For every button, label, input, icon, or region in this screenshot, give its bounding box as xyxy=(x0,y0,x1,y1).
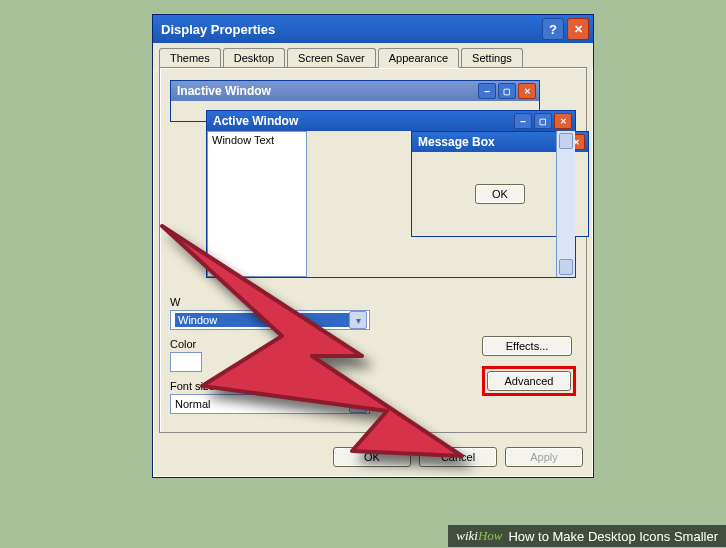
display-properties-dialog: Display Properties ? Themes Desktop Scre… xyxy=(152,14,594,478)
maximize-icon xyxy=(498,83,516,99)
windows-and-buttons-value: Window xyxy=(175,313,349,327)
preview-active-titlebar: Active Window xyxy=(207,111,575,131)
close-icon xyxy=(554,113,572,129)
font-size-value: Normal xyxy=(175,398,349,410)
preview-inactive-titlebar: Inactive Window xyxy=(171,81,539,101)
effects-button[interactable]: Effects... xyxy=(482,336,572,356)
brand-how: How xyxy=(478,528,503,543)
tab-themes[interactable]: Themes xyxy=(159,48,221,67)
tab-desktop[interactable]: Desktop xyxy=(223,48,285,67)
font-size-dropdown[interactable]: Normal xyxy=(170,394,370,414)
close-icon[interactable] xyxy=(567,18,589,40)
chevron-down-icon[interactable] xyxy=(349,311,367,329)
preview-active-body: Window Text Message Box OK xyxy=(207,131,575,277)
ok-button[interactable]: OK xyxy=(333,447,411,467)
preview-msgbox-ok-button: OK xyxy=(475,184,525,204)
help-icon[interactable]: ? xyxy=(542,18,564,40)
appearance-preview: Inactive Window Active Window xyxy=(170,80,576,280)
preview-msgbox-title: Message Box xyxy=(418,135,495,149)
dialog-title: Display Properties xyxy=(161,22,539,37)
preview-active-window: Active Window Window Text Message Box xyxy=(206,110,576,278)
dialog-button-row: OK Cancel Apply xyxy=(153,439,593,477)
chevron-down-icon[interactable] xyxy=(349,395,367,413)
preview-inactive-title: Inactive Window xyxy=(177,84,271,98)
cancel-button[interactable]: Cancel xyxy=(419,447,497,467)
article-caption: wikiHow How to Make Desktop Icons Smalle… xyxy=(448,525,726,547)
apply-button[interactable]: Apply xyxy=(505,447,583,467)
tab-appearance[interactable]: Appearance xyxy=(378,48,459,68)
tab-panel-appearance: Inactive Window Active Window xyxy=(159,67,587,433)
close-icon xyxy=(518,83,536,99)
advanced-button[interactable]: Advanced xyxy=(487,371,571,391)
minimize-icon xyxy=(478,83,496,99)
advanced-highlight: Advanced xyxy=(482,366,576,396)
windows-and-buttons-label: W xyxy=(170,296,576,308)
tab-strip: Themes Desktop Screen Saver Appearance S… xyxy=(153,43,593,67)
maximize-icon xyxy=(534,113,552,129)
scrollbar xyxy=(556,131,575,277)
minimize-icon xyxy=(514,113,532,129)
wikihow-brand: wikiHow xyxy=(456,528,502,544)
tab-screen-saver[interactable]: Screen Saver xyxy=(287,48,376,67)
color-scheme-well[interactable] xyxy=(170,352,202,372)
dialog-titlebar[interactable]: Display Properties ? xyxy=(153,15,593,43)
preview-active-title: Active Window xyxy=(213,114,298,128)
windows-and-buttons-dropdown[interactable]: Window xyxy=(170,310,370,330)
brand-wiki: wiki xyxy=(456,528,478,543)
tab-settings[interactable]: Settings xyxy=(461,48,523,67)
side-button-column: Effects... Advanced xyxy=(482,336,576,396)
preview-window-text: Window Text xyxy=(207,131,307,277)
article-title: How to Make Desktop Icons Smaller xyxy=(508,529,718,544)
